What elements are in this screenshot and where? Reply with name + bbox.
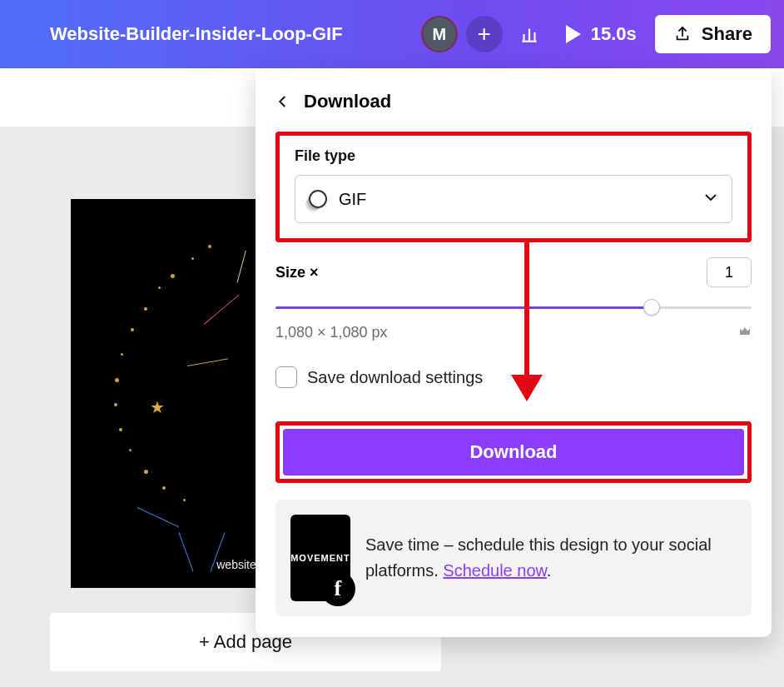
- upload-icon: [673, 25, 692, 43]
- annotation-download-highlight: Download: [275, 421, 752, 483]
- panel-header: Download: [275, 82, 752, 122]
- play-icon: [566, 25, 581, 43]
- spark-line: [137, 507, 179, 527]
- file-type-value: GIF: [339, 190, 366, 209]
- annotation-filetype-highlight: File type GIF: [275, 132, 752, 242]
- promo-thumb-text: MOVEMENT: [290, 553, 350, 563]
- save-settings-checkbox[interactable]: [275, 366, 297, 388]
- chevron-down-icon: [703, 190, 718, 209]
- chevron-left-icon: [275, 94, 290, 109]
- duration-text: 15.0s: [591, 23, 637, 45]
- save-settings-row: Save download settings: [275, 366, 752, 388]
- sparkle-dot: [144, 470, 148, 474]
- dimensions-text: 1,080 × 1,080 px: [275, 324, 388, 341]
- gif-icon: [309, 190, 327, 208]
- spark-line: [179, 532, 194, 571]
- dimensions-row: 1,080 × 1,080 px: [275, 324, 752, 341]
- facebook-icon: f: [335, 576, 342, 601]
- sparkle-dot: [114, 403, 117, 406]
- schedule-promo: MOVEMENT f Save time – schedule this des…: [275, 500, 752, 616]
- promo-thumbnail: MOVEMENT f: [290, 515, 350, 601]
- schedule-now-link[interactable]: Schedule now: [443, 561, 547, 580]
- back-button[interactable]: [275, 89, 290, 115]
- spark-line: [204, 295, 240, 325]
- save-settings-label: Save download settings: [307, 368, 483, 387]
- download-button[interactable]: Download: [283, 429, 744, 475]
- facebook-badge: f: [320, 571, 355, 606]
- sparkle-dot: [162, 486, 166, 490]
- sparkle-dot: [115, 378, 119, 382]
- slider-fill: [275, 306, 652, 309]
- add-collaborator-button[interactable]: +: [466, 16, 503, 52]
- sparkle-dot: [129, 449, 131, 451]
- slider-thumb[interactable]: [643, 299, 660, 316]
- promo-text-suffix: .: [547, 561, 552, 580]
- insights-button[interactable]: [511, 16, 548, 52]
- size-label: Size ×: [275, 264, 319, 281]
- plus-icon: +: [478, 22, 491, 46]
- spark-line: [237, 251, 246, 283]
- download-panel: Download File type GIF Size × 1,080 × 1,…: [256, 68, 772, 637]
- sparkle-dot: [171, 274, 175, 278]
- panel-title: Download: [304, 91, 391, 112]
- size-input[interactable]: [707, 257, 752, 287]
- sparkle-dot: [121, 353, 123, 356]
- share-button[interactable]: Share: [655, 15, 771, 53]
- crown-icon: [738, 325, 752, 341]
- user-avatar[interactable]: M: [421, 16, 458, 52]
- sparkle-dot: [119, 428, 122, 431]
- design-title[interactable]: Website-Builder-Insider-Loop-GIF: [13, 23, 413, 45]
- sparkle-dot: [144, 307, 147, 311]
- star-icon: ★: [150, 397, 165, 417]
- play-duration-button[interactable]: 15.0s: [556, 23, 647, 45]
- share-label: Share: [702, 23, 752, 45]
- sparkle-dot: [158, 286, 161, 289]
- top-bar: Website-Builder-Insider-Loop-GIF M + 15.…: [0, 0, 784, 68]
- file-type-select[interactable]: GIF: [295, 175, 732, 223]
- size-slider[interactable]: [275, 299, 752, 316]
- spark-line: [187, 358, 228, 366]
- sparkle-dot: [208, 245, 211, 248]
- size-row: Size ×: [275, 257, 752, 287]
- file-type-label: File type: [295, 147, 732, 165]
- sparkle-dot: [191, 257, 194, 260]
- bar-chart-icon: [519, 23, 540, 45]
- sparkle-dot: [131, 328, 134, 331]
- sparkle-dot: [183, 499, 186, 501]
- promo-text: Save time – schedule this design to your…: [365, 532, 737, 584]
